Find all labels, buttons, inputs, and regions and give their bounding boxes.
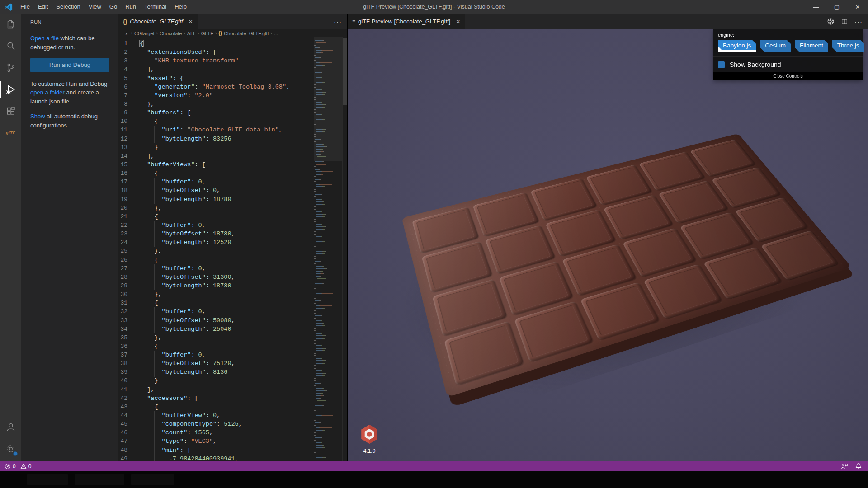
tab-close-icon[interactable]: ✕ [189, 19, 193, 25]
editor-scrollbar[interactable] [342, 37, 347, 461]
more-actions-icon[interactable]: ··· [854, 18, 863, 25]
scrollbar-thumb[interactable] [343, 38, 347, 105]
code-line: 13} [118, 143, 313, 152]
search-icon[interactable] [0, 35, 21, 57]
run-and-debug-button[interactable]: Run and Debug [30, 58, 109, 72]
menu-selection[interactable]: Selection [52, 0, 84, 14]
more-actions-icon[interactable]: ··· [334, 18, 342, 25]
menu-help[interactable]: Help [170, 0, 191, 14]
chocolate-bar-model [375, 70, 854, 413]
split-editor-icon[interactable] [841, 18, 848, 25]
show-link[interactable]: Show [30, 113, 45, 120]
settings-sync-badge [13, 451, 18, 456]
code-line: 10{ [118, 117, 313, 126]
code-line: 33"byteOffset": 50080, [118, 316, 313, 325]
breadcrumb-symbol[interactable]: ... [274, 31, 278, 36]
extensions-icon[interactable] [0, 100, 21, 122]
minimap-visible-region [314, 37, 342, 161]
engine-version: 4.1.0 [359, 448, 380, 454]
chocolate-segment [562, 244, 637, 296]
explorer-icon[interactable] [0, 14, 21, 35]
code-line: 6"generator": "Marmoset Toolbag 3.08", [118, 83, 313, 91]
breadcrumb-drive[interactable]: x: [125, 31, 129, 36]
code-line: 49-7.984284400939941, [118, 455, 313, 461]
code-line: 25}, [118, 247, 313, 255]
gltf-extension-icon[interactable]: glTF [0, 122, 21, 144]
error-count: 0 [13, 463, 16, 469]
code-line: 23"byteOffset": 18780, [118, 230, 313, 238]
problems-indicator[interactable]: 0 0 [5, 463, 31, 469]
code-line: 41], [118, 385, 313, 394]
maximize-icon[interactable]: ▢ [826, 0, 847, 14]
code-line: 19"byteLength": 18780 [118, 195, 313, 204]
show-configs-paragraph: Show all automatic debug configurations. [30, 112, 109, 130]
engine-label: engine: [713, 29, 863, 39]
tab-gltf-preview[interactable]: ≡ glTF Preview [Chocolate_GLTF.gltf] ✕ [348, 14, 465, 29]
gltf-3d-viewport[interactable]: engine: Babylon.js Cesium Filament Three… [348, 29, 868, 461]
code-line: 46"count": 1565, [118, 428, 313, 437]
breadcrumb-item[interactable]: GLTF [201, 31, 213, 36]
code-line: 15"bufferViews": [ [118, 160, 313, 169]
code-line: 8}, [118, 100, 313, 108]
code-line: 30}, [118, 290, 313, 299]
sidebar-title: RUN [21, 14, 118, 29]
tab-label: glTF Preview [Chocolate_GLTF.gltf] [358, 18, 450, 25]
code-line: 9"buffers": [ [118, 108, 313, 117]
breadcrumb-item[interactable]: Chocolate [160, 31, 182, 36]
run-sidebar: RUN Open a file which can be debugged or… [21, 14, 118, 461]
code-line: 26{ [118, 256, 313, 264]
webview-icon: ≡ [352, 19, 355, 25]
engine-control-panel: engine: Babylon.js Cesium Filament Three… [713, 29, 863, 80]
menu-go[interactable]: Go [105, 0, 121, 14]
customize-paragraph: To customize Run and Debug open a folder… [30, 80, 109, 106]
settings-gear-icon[interactable] [0, 438, 21, 460]
editor-tab-bar: {} Chocolate_GLTF.gltf ✕ ··· [118, 14, 347, 29]
code-editor[interactable]: 1{2"extensionsUsed": [3"KHR_texture_tran… [118, 39, 313, 461]
tab-chocolate-gltf[interactable]: {} Chocolate_GLTF.gltf ✕ [118, 14, 198, 29]
title-bar: File Edit Selection View Go Run Terminal… [0, 0, 868, 14]
engine-button-threejs[interactable]: Three.js [832, 40, 864, 52]
code-line: 29"byteLength": 18780 [118, 282, 313, 290]
account-icon[interactable] [0, 416, 21, 438]
code-line: 4], [118, 65, 313, 74]
open-a-folder-link[interactable]: open a folder [30, 89, 65, 96]
engine-button-babylonjs[interactable]: Babylon.js [718, 40, 756, 52]
code-line: 44"bufferView": 0, [118, 411, 313, 420]
breadcrumb-item[interactable]: CGtarget [134, 31, 155, 36]
code-line: 5"asset": { [118, 74, 313, 83]
engine-button-filament[interactable]: Filament [795, 40, 828, 52]
gltf-preview-group: ≡ glTF Preview [Chocolate_GLTF.gltf] ✕ ·… [347, 14, 868, 461]
menu-edit[interactable]: Edit [34, 0, 52, 14]
show-background-checkbox[interactable] [718, 61, 725, 68]
feedback-icon[interactable] [841, 463, 848, 469]
code-area: 1{2"extensionsUsed": [3"KHR_texture_tran… [118, 37, 347, 461]
engine-button-cesium[interactable]: Cesium [760, 40, 791, 52]
close-icon[interactable]: ✕ [847, 0, 868, 14]
code-line: 16{ [118, 169, 313, 178]
menu-file[interactable]: File [16, 0, 34, 14]
breadcrumb-item[interactable]: ALL [187, 31, 196, 36]
json-file-icon: {} [123, 19, 127, 25]
code-line: 18"byteOffset": 0, [118, 186, 313, 195]
menu-terminal[interactable]: Terminal [140, 0, 170, 14]
minimize-icon[interactable]: — [806, 0, 826, 14]
breadcrumb-file[interactable]: Chocolate_GLTF.gltf [224, 31, 269, 36]
code-line: 21{ [118, 212, 313, 221]
gltf-inspector-wheel-icon[interactable] [827, 18, 835, 25]
menu-view[interactable]: View [85, 0, 105, 14]
babylonjs-logo-icon [360, 424, 379, 444]
run-and-debug-icon[interactable] [0, 79, 21, 100]
breadcrumb: x:› CGtarget› Chocolate› ALL› GLTF› {} C… [118, 29, 347, 37]
tab-close-icon[interactable]: ✕ [456, 19, 460, 25]
source-control-icon[interactable] [0, 57, 21, 79]
code-line: 24"byteLength": 12520 [118, 238, 313, 247]
code-line: 45"componentType": 5126, [118, 420, 313, 428]
code-line: 38"byteOffset": 75120, [118, 359, 313, 368]
close-controls-button[interactable]: Close Controls [713, 72, 863, 80]
show-background-label: Show Background [730, 61, 781, 68]
menu-run[interactable]: Run [121, 0, 140, 14]
notifications-bell-icon[interactable] [855, 463, 862, 469]
activity-bar: glTF [0, 14, 21, 461]
code-line: 3"KHR_texture_transform" [118, 56, 313, 65]
open-a-file-link[interactable]: Open a file [30, 35, 59, 42]
